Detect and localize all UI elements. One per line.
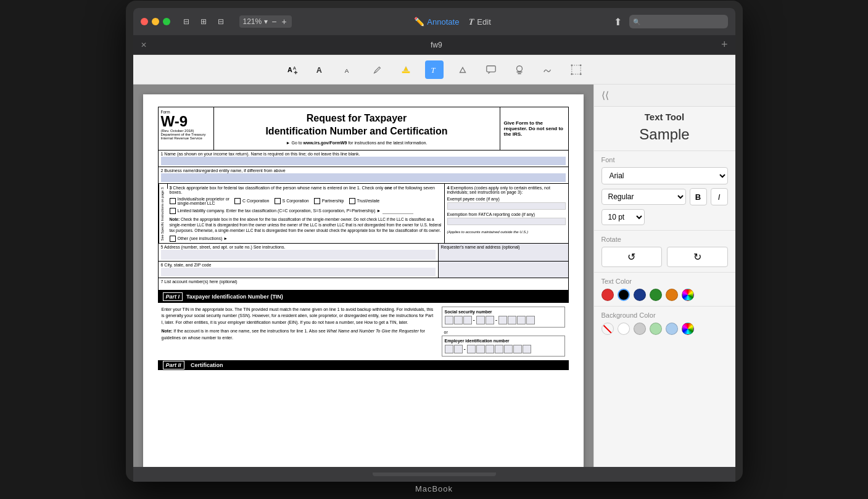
pencil-button[interactable] xyxy=(368,60,387,79)
font-family-select[interactable]: Arial Helvetica Times New Roman xyxy=(601,167,728,184)
check-other: Other (see instructions) ► xyxy=(170,236,442,242)
ein-cell-9[interactable] xyxy=(523,345,531,353)
ein-cell-7[interactable] xyxy=(504,345,513,353)
line2-input[interactable] xyxy=(161,173,566,182)
checkbox-scorp[interactable] xyxy=(275,198,281,204)
text-color-label: Text Color xyxy=(601,278,728,285)
individual-label: Individual/sole proprietor orsingle-memb… xyxy=(178,197,229,205)
llc-input[interactable] xyxy=(382,208,413,214)
comment-button[interactable] xyxy=(482,60,500,79)
zoom-in-button[interactable]: + xyxy=(280,17,287,27)
checkbox-llc[interactable] xyxy=(170,208,176,214)
text-tool-icon: T xyxy=(429,64,440,75)
search-input[interactable] xyxy=(629,15,728,28)
selection-icon xyxy=(571,64,582,75)
bg-gray-swatch[interactable] xyxy=(634,323,646,335)
ssn-cell-1[interactable] xyxy=(445,316,453,324)
color-green-swatch[interactable] xyxy=(650,289,662,301)
line1-input[interactable] xyxy=(161,157,566,165)
bg-more-swatch[interactable] xyxy=(682,323,694,335)
close-tab-button[interactable]: ✕ xyxy=(141,41,147,49)
rotate-cw-button[interactable]: ↻ xyxy=(667,247,728,267)
shapes-button[interactable] xyxy=(453,60,472,79)
ssn-cell-4[interactable] xyxy=(476,316,485,324)
selection-button[interactable] xyxy=(567,60,585,79)
signature-button[interactable] xyxy=(539,60,557,79)
traffic-lights xyxy=(141,18,170,25)
text-small-button[interactable]: A xyxy=(340,60,358,79)
bg-none-swatch[interactable] xyxy=(601,323,614,335)
ssn-cell-9[interactable] xyxy=(526,316,535,324)
ein-input-row: - xyxy=(445,345,562,353)
text-tool-button[interactable]: T xyxy=(425,60,444,79)
ssn-cell-7[interactable] xyxy=(508,316,516,324)
sidebar-toggle-icon[interactable]: ⊟ xyxy=(180,17,192,27)
rotate-row: ↺ ↻ xyxy=(601,247,728,267)
svg-text:A: A xyxy=(344,67,349,73)
bg-green-swatch[interactable] xyxy=(650,323,662,335)
collapse-panel-button[interactable]: ⟨⟨ xyxy=(601,89,609,101)
ein-cell-8[interactable] xyxy=(513,345,522,353)
svg-point-10 xyxy=(579,64,581,66)
ein-cell-2[interactable] xyxy=(454,345,463,353)
fullscreen-button[interactable] xyxy=(163,18,170,25)
check-llc: Limited liability company. Enter the tax… xyxy=(170,208,442,214)
thumbnail-icon[interactable]: ⊟ xyxy=(215,17,227,27)
text-small-icon: A xyxy=(344,64,355,75)
color-orange-swatch[interactable] xyxy=(666,289,678,301)
ssn-cell-8[interactable] xyxy=(517,316,526,324)
requesters-addr-input[interactable] xyxy=(439,262,568,278)
ein-cell-5[interactable] xyxy=(486,345,494,353)
color-more-swatch[interactable] xyxy=(682,289,694,301)
ein-cell-3[interactable] xyxy=(467,345,476,353)
bg-blue-swatch[interactable] xyxy=(666,323,678,335)
ssn-cell-6[interactable] xyxy=(498,316,507,324)
line1-field: 1 Name (as shown on your income tax retu… xyxy=(158,151,569,167)
ssn-cell-5[interactable] xyxy=(486,316,494,324)
bold-button[interactable]: B xyxy=(690,188,707,205)
ein-cell-4[interactable] xyxy=(476,345,485,353)
zoom-control[interactable]: 121% ▾ − + xyxy=(239,15,292,28)
grid-view-icon[interactable]: ⊞ xyxy=(197,17,210,27)
color-darkblue-swatch[interactable] xyxy=(634,289,646,301)
line4-label: 4 Exemptions (codes apply only to certai… xyxy=(447,186,566,194)
text-large-button[interactable]: A xyxy=(312,60,330,79)
checkbox-ccorp[interactable] xyxy=(234,198,241,204)
pdf-viewer[interactable]: Form W-9 (Rev. October 2018) Department … xyxy=(133,85,593,467)
text-increase-button[interactable]: AA xyxy=(283,60,302,79)
minimize-button[interactable] xyxy=(152,18,159,25)
rotate-ccw-button[interactable]: ↺ xyxy=(601,247,663,267)
ssn-cell-3[interactable] xyxy=(463,316,472,324)
checkbox-trust[interactable] xyxy=(349,198,355,204)
ein-cell-1[interactable] xyxy=(445,345,453,353)
cert-part-label: Part II xyxy=(163,361,184,369)
italic-button[interactable]: I xyxy=(711,188,728,205)
exempt-fatca-input[interactable] xyxy=(447,218,566,225)
exempt-payee-input[interactable] xyxy=(447,202,566,210)
cert-section: Part II Certification xyxy=(158,360,569,370)
city-row: 6 City, state, and ZIP code xyxy=(158,262,569,278)
color-black-swatch[interactable] xyxy=(618,289,630,301)
line6-input[interactable] xyxy=(161,268,436,276)
highlight-button[interactable] xyxy=(397,60,415,79)
search-wrapper xyxy=(629,15,728,28)
annotate-button[interactable]: ✏️ Annotate xyxy=(414,17,459,27)
text-color-grid xyxy=(601,289,728,301)
new-tab-button[interactable]: + xyxy=(721,38,728,51)
checkbox-other[interactable] xyxy=(170,236,176,242)
zoom-out-button[interactable]: − xyxy=(270,17,278,27)
color-red-swatch[interactable] xyxy=(601,289,614,301)
checkbox-partnership[interactable] xyxy=(314,198,320,204)
bg-white-swatch[interactable] xyxy=(618,323,630,335)
font-style-select[interactable]: Regular Bold Italic xyxy=(601,189,686,205)
stamp-button[interactable] xyxy=(510,60,529,79)
ein-cell-6[interactable] xyxy=(495,345,503,353)
checkbox-individual[interactable] xyxy=(170,198,176,204)
line5-input[interactable] xyxy=(161,250,436,260)
line1-label: 1 Name (as shown on your income tax retu… xyxy=(161,152,566,156)
edit-button[interactable]: 𝑻 Edit xyxy=(469,17,490,27)
ssn-cell-2[interactable] xyxy=(454,316,463,324)
font-size-select[interactable]: 10 pt 8 pt 12 pt 14 pt xyxy=(601,209,645,225)
close-button[interactable] xyxy=(141,18,148,25)
share-button[interactable]: ⬆ xyxy=(614,16,622,28)
